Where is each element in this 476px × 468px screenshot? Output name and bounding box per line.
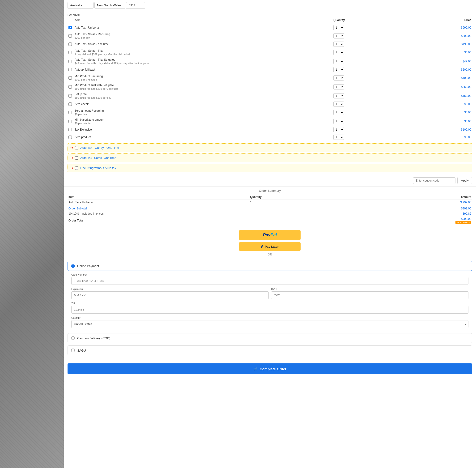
item-checkbox[interactable] <box>69 76 72 80</box>
item-price: $250.00 <box>406 82 472 91</box>
item-name: Auto Tax - Sofas - Trial Setupfee <box>75 58 332 61</box>
qty-select[interactable]: 1 2 3 <box>333 84 344 89</box>
online-payment-radio[interactable] <box>71 264 75 268</box>
checkbox-cell[interactable] <box>68 66 74 73</box>
item-qty-cell[interactable]: 1 2 3 <box>332 48 406 57</box>
table-row: Auto Tax - Sofas - Trial 1 day trial and… <box>68 48 472 57</box>
sagu-payment-radio[interactable] <box>71 349 75 352</box>
paypal-button[interactable]: PayPal <box>239 230 301 240</box>
qty-select[interactable]: 1 2 3 <box>333 42 344 47</box>
item-checkbox[interactable] <box>69 120 72 123</box>
checkbox-cell[interactable] <box>68 57 74 66</box>
item-checkbox[interactable] <box>69 111 72 114</box>
item-qty-cell[interactable]: 1 2 3 <box>332 40 406 48</box>
expiration-input[interactable] <box>71 291 269 299</box>
checkbox-cell[interactable] <box>68 108 74 117</box>
qty-select[interactable]: 1 2 3 <box>333 135 344 140</box>
item-qty-cell[interactable]: 1 2 3 <box>332 82 406 91</box>
item-qty-cell[interactable]: 1 2 3 <box>332 31 406 40</box>
item-qty-cell[interactable]: 1 2 3 <box>332 100 406 108</box>
item-qty-cell[interactable]: 1 2 3 <box>332 108 406 117</box>
summary-item-header: Item <box>68 194 249 200</box>
item-desc: $50 setup fee and $100 per day <box>75 96 332 99</box>
qty-select[interactable]: 1 2 3 <box>333 102 344 107</box>
online-payment-option[interactable]: Online Payment <box>68 261 472 271</box>
country-input[interactable] <box>68 2 93 9</box>
item-name-cell: Auto Tax - Sofas - Trial 1 day trial and… <box>74 48 332 57</box>
qty-select[interactable]: 1 2 3 <box>333 33 344 39</box>
highlight-checkbox[interactable] <box>75 166 78 170</box>
checkbox-cell[interactable] <box>68 31 74 40</box>
qty-select[interactable]: 1 2 3 <box>333 75 344 81</box>
pay-later-button[interactable]: P Pay Later <box>239 242 301 251</box>
highlight-row[interactable]: ➜ Recurring without Auto tax <box>68 164 472 172</box>
qty-select[interactable]: 1 2 3 <box>333 67 344 72</box>
checkbox-cell[interactable] <box>68 82 74 91</box>
item-qty-cell[interactable]: 1 2 3 <box>332 57 406 66</box>
item-checkbox[interactable] <box>69 68 72 71</box>
qty-select[interactable]: 1 2 3 <box>333 93 344 99</box>
item-checkbox[interactable] <box>69 43 72 46</box>
qty-select[interactable]: 1 2 3 <box>333 110 344 115</box>
item-name-cell: Min based zero amount $0 per minute <box>74 117 332 126</box>
item-checkbox[interactable] <box>69 102 72 106</box>
item-qty-cell[interactable]: 1 2 3 <box>332 73 406 82</box>
checkbox-cell[interactable] <box>68 126 74 133</box>
item-name-cell: Auto Tax - Sofas - oneTime <box>74 40 332 48</box>
zip-input[interactable] <box>71 306 468 314</box>
item-checkbox[interactable] <box>69 26 72 29</box>
item-qty-cell[interactable]: 1 2 3 <box>332 24 406 32</box>
checkbox-cell[interactable] <box>68 133 74 141</box>
item-qty-cell[interactable]: 1 2 3 <box>332 91 406 100</box>
state-input[interactable] <box>94 2 125 9</box>
country-group: Country United States Australia United K… <box>71 316 468 328</box>
item-qty-cell[interactable]: 1 2 3 <box>332 133 406 141</box>
qty-select[interactable]: 1 2 3 <box>333 119 344 124</box>
table-row: Min based zero amount $0 per minute 1 2 … <box>68 117 472 126</box>
apply-button[interactable]: Apply <box>457 177 472 184</box>
highlight-label: Auto Tax- Sofas- OneTime <box>80 156 116 160</box>
highlight-checkbox[interactable] <box>75 156 78 160</box>
item-qty-cell[interactable]: 1 2 3 <box>332 66 406 73</box>
country-select[interactable]: United States Australia United Kingdom C… <box>71 320 468 328</box>
coupon-input[interactable] <box>413 177 455 184</box>
item-checkbox[interactable] <box>69 51 72 54</box>
sagu-payment-option[interactable]: SAGU <box>68 345 472 355</box>
item-checkbox[interactable] <box>69 94 72 98</box>
subtotal-amount: $999.00 <box>342 205 472 211</box>
item-qty-cell[interactable]: 1 2 3 <box>332 126 406 133</box>
coupon-section: Apply <box>64 175 476 186</box>
item-checkbox[interactable] <box>69 128 72 131</box>
checkbox-cell[interactable] <box>68 40 74 48</box>
cvc-input[interactable] <box>271 291 468 299</box>
table-row: Autotax fall back 1 2 3 $200.00 <box>68 66 472 73</box>
item-price: $0.00 <box>406 48 472 57</box>
checkbox-cell[interactable] <box>68 117 74 126</box>
item-name: Min based zero amount <box>75 118 332 121</box>
qty-select[interactable]: 1 2 3 <box>333 127 344 132</box>
qty-select[interactable]: 1 2 3 <box>333 59 344 64</box>
highlight-row[interactable]: ➜ Auto Tax - Candy - OneTime <box>68 143 472 152</box>
item-checkbox[interactable] <box>69 60 72 63</box>
zip-input[interactable] <box>126 2 145 9</box>
checkbox-cell[interactable] <box>68 100 74 108</box>
item-checkbox[interactable] <box>69 135 72 139</box>
arrow-icon: ➜ <box>70 156 73 160</box>
checkbox-cell[interactable] <box>68 24 74 32</box>
item-qty-cell[interactable]: 1 2 3 <box>332 117 406 126</box>
checkbox-cell[interactable] <box>68 73 74 82</box>
qty-select[interactable]: 1 2 3 <box>333 50 344 55</box>
item-checkbox[interactable] <box>69 85 72 88</box>
table-row: Auto Tax - Sofas - Recurring $200 per da… <box>68 31 472 40</box>
card-number-input[interactable] <box>71 277 468 285</box>
complete-order-button[interactable]: 🛒 Complete Order <box>68 363 472 374</box>
highlight-checkbox[interactable] <box>75 146 78 149</box>
table-row: Tax Exclusive 1 2 3 $100.00 <box>68 126 472 133</box>
item-checkbox[interactable] <box>69 34 72 38</box>
checkbox-cell[interactable] <box>68 91 74 100</box>
cod-payment-radio[interactable] <box>71 336 75 340</box>
highlight-row[interactable]: ➜ Auto Tax- Sofas- OneTime <box>68 153 472 162</box>
qty-select[interactable]: 1 2 3 <box>333 25 344 30</box>
checkbox-cell[interactable] <box>68 48 74 57</box>
cod-payment-option[interactable]: Cash on Delivery (COD) <box>68 333 472 343</box>
